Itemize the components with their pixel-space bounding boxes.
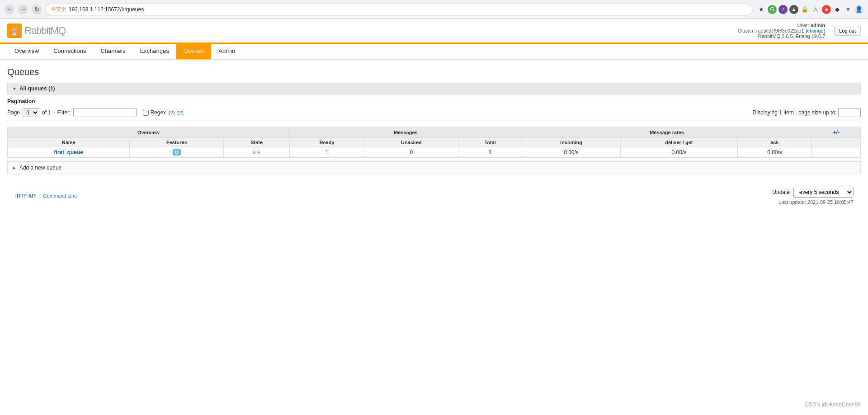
nav-admin[interactable]: Admin: [211, 44, 242, 59]
pagination-area: Page 1 of 1 - Filter: Regex (?) (?) Disp…: [7, 104, 861, 121]
http-api-link[interactable]: HTTP API: [14, 193, 37, 198]
extension-icon-1[interactable]: G: [768, 5, 777, 14]
reload-button[interactable]: ↻: [32, 5, 42, 14]
cell-incoming: 0.00/s: [522, 147, 620, 158]
update-wrapper: Update every 5 secondsevery 10 secondsev…: [772, 187, 854, 205]
nav-connections[interactable]: Connections: [46, 44, 93, 59]
security-warning: 不安全: [51, 6, 66, 13]
displaying-info: Displaying 1 item , page size up to: 100: [753, 108, 861, 117]
regex-label-container: Regex: [139, 109, 166, 116]
pagination-section: Pagination Page 1 of 1 - Filter: Regex (…: [7, 94, 861, 127]
cell-unacked: 0: [364, 147, 458, 158]
browser-actions: ★ G ✓ ▲ 🔒 △ ● ◆ ≡ 👤: [757, 5, 863, 14]
feature-badge: D: [173, 149, 181, 156]
cluster-line: Cluster: rabbit@f9f33e022aa1 (change): [738, 28, 825, 33]
app-header: RabbitMQ. User: admin Cluster: rabbit@f9…: [0, 19, 868, 44]
footer: HTTP API | Command Line Update every 5 s…: [7, 183, 861, 208]
cell-name: first_queue: [8, 147, 130, 158]
page-label: Page: [7, 109, 20, 116]
group-header-messages: Messages: [289, 127, 522, 138]
extension-icon-4[interactable]: 🔒: [800, 5, 809, 14]
profile-icon[interactable]: 👤: [854, 5, 863, 14]
extension-icon-7[interactable]: ◆: [833, 5, 842, 14]
of-label: of 1: [42, 109, 51, 116]
username: admin: [811, 23, 825, 28]
extension-icon-5[interactable]: △: [811, 5, 820, 14]
col-ready: Ready: [289, 138, 364, 147]
nav-queues[interactable]: Queues: [176, 44, 212, 59]
regex-help2[interactable]: (?): [178, 110, 184, 115]
cell-deliver-get: 0.00/s: [621, 147, 738, 158]
add-queue-label: Add a new queue: [19, 165, 61, 171]
footer-links: HTTP API | Command Line: [14, 193, 77, 198]
footer-separator: |: [39, 193, 41, 198]
header-right: User: admin Cluster: rabbit@f9f33e022aa1…: [738, 23, 861, 39]
cell-total: 1: [458, 147, 522, 158]
col-state: State: [224, 138, 289, 147]
update-area: Update every 5 secondsevery 10 secondsev…: [772, 187, 854, 198]
cluster-name: rabbit@f9f33e022aa1: [756, 28, 804, 33]
logout-button[interactable]: Log out: [834, 26, 861, 36]
state-value: idle: [253, 150, 260, 155]
version-line: RabbitMQ 3.6.5, Erlang 19.0.7: [738, 33, 825, 39]
nav-overview[interactable]: Overview: [7, 44, 46, 59]
plus-minus-header[interactable]: +/-: [812, 127, 861, 138]
extension-icon-6[interactable]: ●: [822, 5, 831, 14]
col-deliver-get: deliver / get: [621, 138, 738, 147]
pagination-label: Pagination: [7, 98, 35, 104]
forward-button[interactable]: →: [18, 5, 28, 14]
page-select[interactable]: 1: [23, 108, 39, 117]
toggle-icon: ▼: [12, 86, 17, 91]
group-header-message-rates: Message rates: [522, 127, 811, 138]
col-ack: ack: [737, 138, 812, 147]
add-queue-toggle-icon: ►: [12, 165, 17, 170]
plus-minus-icon[interactable]: +/-: [833, 129, 840, 136]
add-queue-section[interactable]: ► Add a new queue: [7, 161, 861, 174]
all-queues-section-header[interactable]: ▼ All queues (1): [7, 83, 861, 94]
nav-channels[interactable]: Channels: [93, 44, 132, 59]
command-line-link[interactable]: Command Line: [43, 193, 77, 198]
col-extra: [812, 138, 861, 147]
main-nav: Overview Connections Channels Exchanges …: [0, 44, 868, 60]
queue-link[interactable]: first_queue: [54, 149, 83, 156]
col-unacked: Unacked: [364, 138, 458, 147]
change-cluster-link[interactable]: (change): [806, 28, 825, 33]
back-button[interactable]: ←: [5, 5, 14, 14]
cell-ack: 0.00/s: [737, 147, 812, 158]
group-header-overview: Overview: [8, 127, 290, 138]
update-label: Update: [772, 189, 790, 195]
cell-features: D: [130, 147, 224, 158]
bookmark-icon[interactable]: ★: [757, 5, 766, 14]
logo: RabbitMQ.: [7, 24, 68, 38]
page-title: Queues: [7, 67, 861, 77]
nav-exchanges[interactable]: Exchanges: [132, 44, 176, 59]
page-size-input[interactable]: 100: [838, 108, 861, 117]
url-text: 192.168.1.112:15672/#/queues: [69, 6, 144, 13]
col-name: Name: [8, 138, 130, 147]
all-queues-label: All queues (1): [19, 85, 55, 92]
extension-icon-2[interactable]: ✓: [778, 5, 788, 14]
logo-icon: [7, 24, 22, 38]
extension-icon-3[interactable]: ▲: [789, 5, 798, 14]
regex-help1[interactable]: (?): [169, 110, 175, 115]
last-update-value: 2021-09-25 10:05:47: [807, 199, 854, 205]
cell-ready: 1: [289, 147, 364, 158]
extension-icon-8[interactable]: ≡: [844, 5, 853, 14]
filter-input[interactable]: [73, 108, 137, 117]
address-bar: 不安全 192.168.1.112:15672/#/queues: [45, 4, 753, 15]
col-features: Features: [130, 138, 224, 147]
page-content: Queues ▼ All queues (1) Pagination Page …: [0, 60, 868, 216]
regex-label: Regex: [150, 109, 166, 116]
user-info: User: admin Cluster: rabbit@f9f33e022aa1…: [738, 23, 825, 39]
queues-table: Overview Messages Message rates +/- Name…: [7, 127, 861, 158]
col-incoming: incoming: [522, 138, 620, 147]
col-total: Total: [458, 138, 522, 147]
last-update: Last update: 2021-09-25 10:05:47: [778, 199, 854, 205]
browser-chrome: ← → ↻ 不安全 192.168.1.112:15672/#/queues ★…: [0, 0, 868, 19]
regex-checkbox[interactable]: [143, 110, 149, 116]
user-line: User: admin: [738, 23, 825, 28]
update-select[interactable]: every 5 secondsevery 10 secondsevery 30 …: [793, 187, 854, 198]
filter-label: - Filter:: [54, 109, 71, 116]
table-row: first_queue D idle 1 0 1 0.00/s 0.00/s 0…: [8, 147, 861, 158]
cell-state: idle: [224, 147, 289, 158]
